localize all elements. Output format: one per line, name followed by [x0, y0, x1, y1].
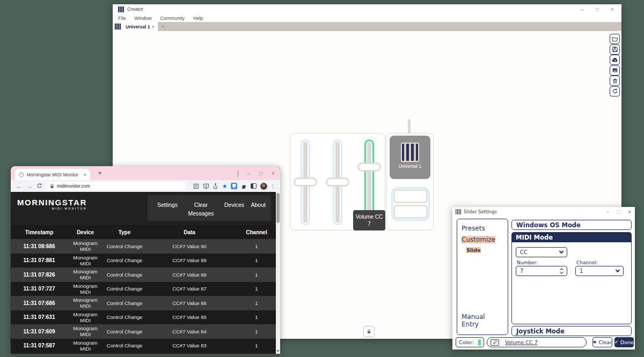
install-app-icon[interactable]	[203, 183, 209, 189]
nav-item[interactable]: Devices	[224, 200, 244, 221]
cell-channel: 1	[233, 329, 280, 334]
color-swatch[interactable]	[478, 339, 481, 346]
scrollbar-down-arrow[interactable]	[276, 348, 280, 354]
minimize-button[interactable]: –	[579, 6, 586, 12]
slider-2[interactable]	[326, 141, 349, 224]
slider-settings-dialog: Slider Settings – □ × Presets Customize …	[452, 207, 635, 349]
number-spinner[interactable]: 7	[516, 266, 567, 276]
windows-os-mode-header[interactable]: Windows OS Mode	[511, 220, 632, 230]
table-row: 11:31 07:727 Monogram MIDI Control Chang…	[11, 282, 280, 296]
midi-favicon	[19, 172, 24, 177]
midi-mode-header[interactable]: MIDI Mode	[511, 232, 632, 242]
canvas-toolbar	[610, 34, 620, 96]
chevron-down-icon	[559, 249, 564, 254]
upload-button[interactable]	[610, 55, 620, 65]
ublock-extension-icon[interactable]	[231, 183, 237, 189]
save-button[interactable]	[610, 44, 620, 55]
forward-button[interactable]: →	[26, 183, 33, 189]
clear-button[interactable]: ✖ Clear	[592, 337, 612, 347]
slider-1[interactable]	[294, 141, 317, 224]
cell-timestamp: 11:31 07:727	[11, 286, 68, 292]
side-panel-icon[interactable]	[251, 183, 257, 189]
sidebar-item-slide[interactable]: Slide	[466, 247, 481, 253]
slider-handle[interactable]	[326, 177, 349, 187]
color-button[interactable]: Color:	[456, 337, 484, 347]
address-bar[interactable]: midimonitor.com	[46, 182, 186, 190]
minimize-button[interactable]: –	[247, 170, 251, 176]
unit-button-2[interactable]	[393, 205, 428, 219]
tab-universal-1[interactable]: Universal 1 ×	[122, 22, 158, 31]
nav-item[interactable]: Settings	[157, 200, 178, 221]
canvas-lock-button[interactable]	[363, 326, 375, 337]
browser-window: Morningstar MIDI Monitor × + – □ × ← → m…	[11, 166, 280, 354]
open-file-button[interactable]	[610, 34, 620, 44]
extensions-puzzle-icon[interactable]	[241, 183, 247, 189]
delete-button[interactable]	[610, 76, 620, 86]
menu-item[interactable]: Help	[193, 16, 203, 21]
dialog-titlebar[interactable]: Slider Settings – □ ×	[452, 207, 635, 217]
new-tab-button[interactable]: +	[158, 22, 169, 31]
minimize-button[interactable]: –	[606, 209, 609, 214]
reload-button[interactable]	[36, 181, 42, 191]
slider-handle[interactable]	[294, 177, 317, 187]
column-header: Device	[68, 229, 103, 235]
edit-pencil-icon[interactable]	[491, 339, 499, 346]
back-button[interactable]: ←	[15, 183, 23, 189]
page-scrollbar[interactable]	[276, 192, 280, 354]
browser-menu-icon[interactable]: ⋮	[270, 183, 276, 189]
cell-data: CC#7 Value 85	[146, 314, 233, 320]
cell-channel: 1	[233, 257, 280, 263]
chevron-down-icon	[616, 268, 620, 272]
sidebar-item-presets[interactable]: Presets	[462, 225, 485, 232]
creator-titlebar[interactable]: Creator – □ ×	[113, 4, 621, 14]
cell-data: CC#7 Value 87	[146, 286, 233, 292]
joystick-mode-header[interactable]: Joystick Mode	[511, 326, 632, 336]
new-tab-button[interactable]: +	[96, 169, 104, 177]
close-button[interactable]: ×	[609, 6, 616, 12]
home-tab-button[interactable]	[113, 22, 122, 31]
menu-item[interactable]: Window	[135, 16, 152, 21]
nav-item[interactable]: Clear Messages	[184, 200, 217, 221]
channel-select[interactable]: 1	[575, 266, 624, 276]
nav-item[interactable]: About	[251, 200, 266, 221]
column-header: Data	[146, 229, 233, 235]
done-button[interactable]: ✔ Done	[614, 337, 634, 347]
tab-close-icon[interactable]: ×	[84, 172, 86, 177]
cell-data: CC#7 Value 89	[146, 257, 233, 263]
spinner-arrows[interactable]	[560, 269, 563, 273]
export-image-button[interactable]	[610, 65, 620, 76]
maximize-button[interactable]: □	[594, 6, 601, 12]
sidebar-item-manual-entry[interactable]: Manual Entry	[462, 313, 503, 328]
cell-data: CC#7 Value 88	[146, 272, 233, 278]
close-button[interactable]: ×	[627, 209, 632, 214]
cell-type: Control Change	[103, 243, 146, 249]
profile-avatar[interactable]	[260, 183, 267, 190]
cell-timestamp: 11:31 07:826	[11, 272, 68, 278]
lock-icon	[367, 329, 371, 334]
creator-logo-icon	[114, 23, 121, 30]
name-edit-field[interactable]: Volume CC 7	[487, 337, 587, 347]
scrollbar-thumb[interactable]	[276, 193, 280, 223]
tab-close-icon[interactable]: ×	[152, 24, 155, 29]
reading-list-icon[interactable]	[193, 183, 199, 189]
bookmark-star-icon[interactable]: ★	[222, 183, 228, 189]
cell-timestamp: 11:31 07:881	[11, 257, 68, 263]
unit-tile-universal-1[interactable]: Universal 1	[390, 136, 430, 179]
close-button[interactable]: ×	[272, 170, 275, 176]
menu-item[interactable]: File	[118, 16, 126, 21]
message-type-select[interactable]: CC	[516, 247, 567, 257]
menu-item[interactable]: Community	[160, 16, 185, 21]
refresh-button[interactable]	[610, 86, 620, 96]
share-icon[interactable]	[213, 183, 218, 189]
cell-channel: 1	[233, 314, 280, 320]
refresh-icon	[612, 88, 618, 94]
reload-icon	[36, 183, 42, 189]
slider-handle[interactable]	[357, 162, 381, 172]
maximize-button[interactable]: □	[259, 170, 262, 176]
browser-tab-midi-monitor[interactable]: Morningstar MIDI Monitor ×	[15, 169, 90, 180]
unit-button-1[interactable]	[393, 189, 428, 203]
sidebar-item-customize[interactable]: Customize	[462, 236, 495, 243]
column-header: Type	[103, 229, 146, 235]
creator-tabbar: Universal 1 × +	[113, 22, 621, 31]
tab-search-chevron-icon[interactable]	[238, 170, 238, 176]
